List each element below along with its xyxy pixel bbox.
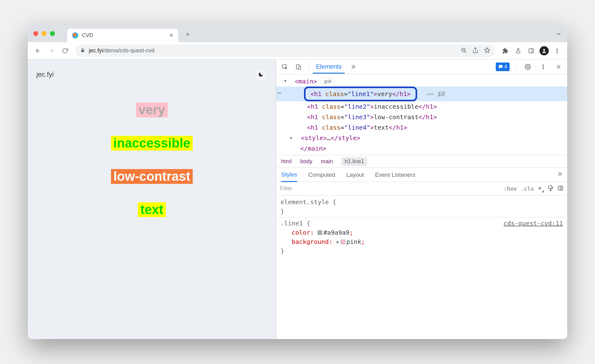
filter-input[interactable]: Filter	[280, 185, 500, 192]
expand-icon[interactable]	[337, 241, 339, 244]
dom-node[interactable]: <h1 class="line4">text</h1>	[276, 122, 567, 133]
svg-marker-7	[485, 47, 490, 52]
svg-rect-8	[529, 49, 534, 53]
window-controls	[33, 31, 55, 36]
content-split: jec.fyi very inaccessible low-contrast t…	[28, 59, 567, 339]
menu-button[interactable]	[551, 45, 563, 57]
close-devtools-button[interactable]	[553, 61, 564, 72]
issues-badge[interactable]: 4	[496, 63, 510, 71]
css-rule[interactable]: .line1 { cds-quest-cvd:11	[281, 219, 563, 228]
hov-toggle[interactable]: :hov	[503, 185, 517, 192]
demo-lines: very inaccessible low-contrast text	[111, 103, 193, 217]
subtab-layout[interactable]: Layout	[346, 172, 364, 178]
paint-icon[interactable]	[548, 185, 554, 192]
new-tab-button[interactable]: +	[183, 30, 192, 38]
svg-point-17	[527, 66, 529, 67]
grid-badge[interactable]: grid	[321, 78, 334, 86]
element-style-rule[interactable]: element.style {	[281, 197, 563, 207]
svg-point-12	[557, 50, 558, 51]
more-subtabs-button[interactable]	[556, 171, 562, 179]
browser-window: CVD × + jec.fyi/demo/cds-quest-cvd	[28, 25, 567, 339]
dom-node-selected[interactable]: ⋯ <h1 class="line1">very</h1> == $0	[276, 87, 567, 101]
inspect-element-button[interactable]	[279, 61, 290, 72]
crumb-html[interactable]: html	[281, 158, 292, 165]
favicon-icon	[72, 32, 78, 38]
dom-node[interactable]: ▶<style>…</style>	[276, 133, 567, 143]
omnibox[interactable]: jec.fyi/demo/cds-quest-cvd	[75, 45, 495, 57]
crumb-main[interactable]: main	[321, 158, 333, 165]
subtab-computed[interactable]: Computed	[308, 172, 335, 178]
tab-title: CVD	[82, 32, 166, 38]
back-button[interactable]	[32, 45, 44, 57]
minimize-window-button[interactable]	[42, 31, 47, 36]
devtools-tabbar: Elements 4	[276, 59, 567, 74]
color-swatch-icon[interactable]	[318, 230, 322, 235]
close-window-button[interactable]	[33, 31, 38, 36]
crumb-body[interactable]: body	[300, 158, 312, 165]
dom-tree[interactable]: ▼<main> grid ⋯ <h1 class="line1">very</h…	[276, 74, 567, 155]
svg-rect-23	[548, 186, 552, 188]
svg-rect-25	[558, 186, 563, 190]
cls-toggle[interactable]: .cls	[521, 185, 534, 192]
maximize-window-button[interactable]	[50, 31, 55, 36]
css-property-color[interactable]: color: #a9a9a9;	[281, 228, 563, 237]
line3-heading: low-contrast	[111, 169, 193, 184]
styles-body[interactable]: element.style { } .line1 { cds-quest-cvd…	[276, 196, 567, 257]
line4-heading: text	[138, 202, 166, 217]
settings-button[interactable]	[522, 61, 533, 72]
profile-button[interactable]	[538, 45, 550, 57]
svg-point-18	[543, 64, 544, 65]
site-title: jec.fyi	[36, 71, 54, 79]
color-swatch-icon[interactable]	[341, 240, 345, 244]
reload-button[interactable]	[59, 45, 71, 57]
subtab-styles[interactable]: Styles	[281, 171, 297, 182]
dom-node[interactable]: </main>	[276, 143, 567, 154]
extensions-button[interactable]	[499, 45, 511, 57]
close-tab-button[interactable]: ×	[169, 31, 173, 39]
css-property-background[interactable]: background: pink;	[281, 237, 563, 246]
sidepanel-button[interactable]	[525, 45, 537, 57]
tab-elements[interactable]: Elements	[313, 60, 345, 74]
devtools-menu-button[interactable]	[538, 61, 549, 72]
labs-button[interactable]	[512, 45, 524, 57]
svg-point-10	[543, 49, 545, 51]
browser-tab[interactable]: CVD ×	[67, 29, 178, 42]
browser-toolbar: jec.fyi/demo/cds-quest-cvd	[28, 42, 567, 59]
lock-icon	[80, 48, 85, 54]
page-pane: jec.fyi very inaccessible low-contrast t…	[28, 59, 276, 339]
more-tabs-button[interactable]	[347, 61, 358, 72]
titlebar: CVD × +	[28, 25, 567, 42]
styles-subtabbar: Styles Computed Layout Event Listeners	[276, 168, 567, 182]
line1-heading: very	[136, 103, 167, 117]
svg-rect-16	[299, 66, 301, 69]
svg-point-11	[557, 48, 558, 49]
svg-point-20	[543, 68, 544, 69]
svg-rect-2	[81, 50, 84, 52]
computed-sidebar-toggle[interactable]	[557, 185, 564, 192]
devtools-pane: Elements 4 ▼<main> grid ⋯ <h1 class="lin…	[276, 59, 567, 339]
line2-heading: inaccessible	[111, 136, 193, 151]
ellipsis-icon[interactable]: ⋯	[277, 88, 282, 98]
zoom-icon[interactable]	[461, 47, 467, 55]
crumb-current[interactable]: h1.line1	[342, 157, 367, 166]
device-toolbar-button[interactable]	[293, 61, 304, 72]
subtab-event-listeners[interactable]: Event Listeners	[375, 172, 415, 178]
dom-node[interactable]: <h1 class="line2">inaccessible</h1>	[276, 101, 567, 112]
styles-filter-bar: Filter :hov .cls +◢	[276, 182, 567, 196]
svg-rect-24	[550, 190, 551, 191]
bookmark-icon[interactable]	[484, 47, 490, 55]
share-icon[interactable]	[472, 47, 478, 55]
forward-button[interactable]	[46, 45, 57, 57]
dom-breadcrumb[interactable]: html body main h1.line1	[276, 155, 567, 168]
source-link[interactable]: cds-quest-cvd:11	[503, 219, 563, 228]
theme-toggle-button[interactable]	[254, 68, 267, 81]
url-text: jec.fyi/demo/cds-quest-cvd	[89, 47, 154, 54]
svg-point-19	[543, 66, 544, 67]
svg-line-5	[465, 51, 466, 52]
tab-search-button[interactable]	[556, 31, 562, 38]
dom-node[interactable]: <h1 class="line3">low-contrast</h1>	[276, 112, 567, 122]
new-style-button[interactable]: +◢	[538, 184, 544, 193]
svg-point-13	[557, 52, 558, 53]
